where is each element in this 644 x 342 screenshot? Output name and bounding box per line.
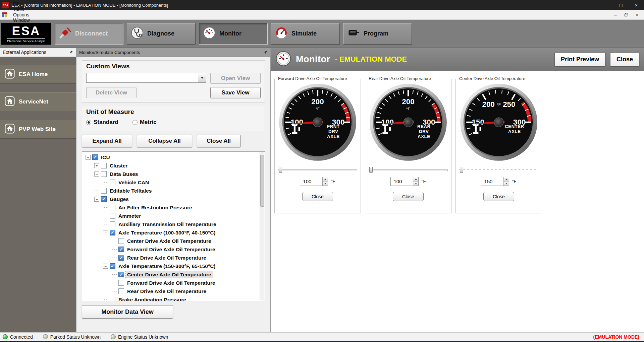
tree-item[interactable]: Air Filter Restriction Pressure — [83, 203, 264, 212]
gauge-value-input[interactable]: 100 — [390, 177, 419, 186]
menu-item[interactable]: Tools — [9, 7, 34, 12]
tree-expander-icon[interactable] — [103, 224, 108, 224]
custom-views-combobox[interactable] — [86, 73, 206, 83]
pin-icon[interactable] — [264, 50, 268, 54]
tree-checkbox[interactable] — [110, 230, 115, 235]
tree-item-label[interactable]: Ammeter — [117, 213, 142, 219]
sidebar-item[interactable]: ESA Home — [0, 65, 76, 84]
close-all-button[interactable]: Close All — [197, 135, 240, 147]
tree-scrollbar[interactable] — [260, 152, 264, 300]
tree-checkbox[interactable] — [92, 154, 98, 160]
monitor-close-button[interactable]: Close — [610, 52, 639, 66]
gauge-close-button[interactable]: Close — [302, 192, 333, 201]
tree-expander-icon[interactable] — [103, 207, 108, 208]
tree-item[interactable]: Auxiliary Transmission Oil Temperature — [83, 220, 264, 228]
gauge-close-button[interactable]: Close — [393, 192, 424, 201]
tree-checkbox[interactable] — [110, 205, 115, 210]
tree-item[interactable]: Rear Drive Axle Oil Temperature — [83, 254, 264, 262]
tree-expander-icon[interactable] — [103, 216, 108, 216]
tree-expander-icon[interactable] — [112, 241, 117, 241]
tree-expander-icon[interactable]: − — [103, 230, 108, 235]
menu-item[interactable]: Options — [9, 12, 34, 17]
gauge-slider[interactable] — [459, 167, 538, 173]
tree-item-label[interactable]: Forward Drive Axle Oil Temperature — [126, 246, 217, 253]
tree-expander-icon[interactable]: − — [86, 155, 91, 160]
gauge-slider[interactable] — [278, 167, 357, 173]
tree-checkbox[interactable] — [101, 188, 107, 194]
tree-expander-icon[interactable] — [103, 182, 108, 183]
slider-thumb[interactable] — [369, 167, 373, 173]
tree-item-label[interactable]: Axle Temperature (100-300°F, 40-150°C) — [117, 229, 217, 236]
tree-checkbox[interactable] — [101, 163, 107, 168]
tree-expander-icon[interactable]: − — [103, 264, 108, 269]
tree-item-label[interactable]: Gauges — [108, 196, 130, 203]
sidebar-item[interactable]: ServiceNet — [0, 92, 76, 111]
metric-radio[interactable]: Metric — [132, 119, 157, 126]
tree-checkbox[interactable] — [110, 263, 115, 269]
menu-item[interactable]: File — [9, 1, 34, 7]
tree-item-label[interactable]: Rear Drive Axle Oil Temperature — [126, 288, 208, 295]
spin-down-icon[interactable] — [504, 182, 509, 186]
scrollbar-thumb[interactable] — [260, 155, 264, 207]
tree-checkbox[interactable] — [118, 280, 124, 286]
expand-all-button[interactable]: Expand All — [82, 135, 132, 147]
gauge-slider[interactable] — [369, 167, 448, 173]
slider-thumb[interactable] — [279, 167, 282, 173]
mdi-minimize-button[interactable]: – — [611, 11, 620, 18]
tree-item-label[interactable]: Data Buses — [108, 171, 139, 178]
gauge-value-input[interactable]: 150 — [481, 177, 509, 186]
tree-item-label[interactable]: Center Drive Axle Oil Temperature — [126, 238, 213, 245]
tree-item[interactable]: − Axle Temperature (100-300°F, 40-150°C) — [83, 228, 264, 237]
tree-item[interactable]: Forward Drive Axle Oil Temperature — [83, 279, 264, 287]
tree-item[interactable]: − Axle Temperature (150-300°F, 65-150°C) — [83, 262, 264, 270]
tree-checkbox[interactable] — [118, 288, 124, 294]
tree-item[interactable]: Brake Application Pressure — [83, 295, 264, 301]
tree-item[interactable]: Center Drive Axle Oil Temperature — [83, 237, 264, 245]
tree-expander-icon[interactable] — [112, 283, 117, 283]
tree-checkbox[interactable] — [118, 238, 124, 244]
tree-item[interactable]: Editable Telltales — [83, 187, 264, 195]
tree-expander-icon[interactable]: − — [94, 197, 99, 202]
tree-item[interactable]: Rear Drive Axle Oil Temperature — [83, 287, 264, 295]
pin-icon[interactable] — [69, 50, 73, 54]
print-preview-button[interactable]: Print Preview — [554, 52, 605, 66]
tree-item-label[interactable]: Cluster — [108, 162, 129, 169]
tree-checkbox[interactable] — [118, 247, 124, 252]
gauge-close-button[interactable]: Close — [483, 192, 514, 201]
slider-thumb[interactable] — [460, 167, 463, 173]
diagnose-button[interactable]: Diagnose — [127, 23, 196, 45]
tree-expander-icon[interactable]: − — [94, 172, 99, 177]
tree-checkbox[interactable] — [110, 221, 115, 227]
mdi-close-button[interactable]: × — [633, 11, 641, 18]
program-button[interactable]: Program — [343, 23, 412, 45]
tree-item-label[interactable]: Air Filter Restriction Pressure — [117, 204, 194, 211]
tree-item[interactable]: Center Drive Axle Oil Temperature — [83, 270, 264, 279]
gauge-value-input[interactable]: 100 — [300, 177, 328, 186]
menu-item[interactable]: Window — [9, 17, 34, 23]
tree-item[interactable]: Forward Drive Axle Oil Temperature — [83, 245, 264, 254]
tree-checkbox[interactable] — [118, 272, 124, 277]
window-maximize-button[interactable]: □ — [613, 0, 629, 10]
tree-item[interactable]: + Cluster — [83, 161, 264, 170]
spin-down-icon[interactable] — [323, 182, 328, 186]
tree-item[interactable]: Ammeter — [83, 212, 264, 220]
combobox-dropdown-icon[interactable] — [198, 73, 206, 82]
tree-item-label[interactable]: Forward Drive Axle Oil Temperature — [126, 280, 217, 286]
tree-checkbox[interactable] — [118, 255, 124, 261]
tree-item[interactable]: − Gauges — [83, 195, 264, 203]
tree-item-label[interactable]: Axle Temperature (150-300°F, 65-150°C) — [117, 263, 217, 270]
tree-checkbox[interactable] — [101, 171, 107, 177]
spin-up-icon[interactable] — [504, 177, 509, 182]
spin-up-icon[interactable] — [413, 177, 418, 182]
simulate-button[interactable]: Simulate — [271, 23, 340, 45]
collapse-all-button[interactable]: Collapse All — [137, 135, 192, 147]
spin-down-icon[interactable] — [413, 182, 418, 186]
tree-item[interactable]: − ICU — [83, 153, 264, 161]
tree-expander-icon[interactable] — [112, 258, 117, 258]
tree-checkbox[interactable] — [110, 297, 115, 301]
tree-expander-icon[interactable] — [112, 274, 117, 275]
spin-up-icon[interactable] — [323, 177, 328, 182]
standard-radio[interactable]: Standard — [86, 119, 118, 126]
monitor-data-view-button[interactable]: Monitor Data View — [82, 305, 173, 319]
window-minimize-button[interactable]: – — [598, 0, 613, 10]
